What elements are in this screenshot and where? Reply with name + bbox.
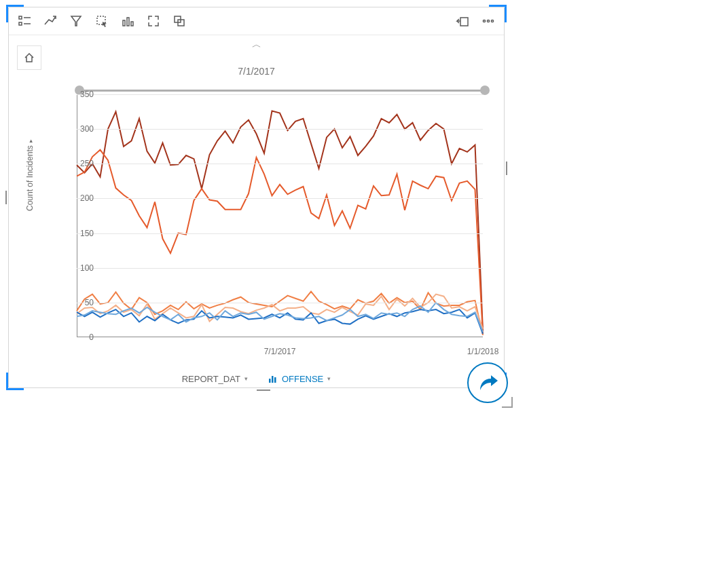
svg-rect-8 (131, 22, 133, 26)
svg-rect-0 (19, 16, 22, 19)
chart-plot-area (77, 94, 483, 337)
split-by-field-chip[interactable]: OFFENSE ▾ (268, 374, 331, 384)
svg-rect-11 (460, 18, 468, 26)
chevron-down-icon: ▾ (327, 375, 331, 382)
resize-handle[interactable] (5, 191, 7, 204)
legend-button[interactable] (12, 8, 37, 34)
corner-indicator-icon (502, 397, 513, 408)
svg-rect-2 (19, 22, 22, 25)
svg-marker-4 (71, 16, 81, 26)
svg-point-13 (487, 20, 489, 22)
card-toolbar (9, 7, 504, 35)
chart-field-wells: REPORT_DAT ▾ OFFENSE ▾ (9, 370, 504, 387)
trend-button[interactable] (37, 8, 63, 34)
filter-button[interactable] (63, 8, 89, 34)
x-tick-label: 7/1/2017 (264, 347, 296, 356)
y-tick-label: 350 (80, 90, 94, 99)
y-tick-label: 200 (80, 193, 94, 203)
chart-lines (77, 94, 483, 337)
flip-card-button[interactable] (166, 8, 192, 34)
svg-point-12 (483, 20, 485, 22)
series-line (77, 111, 483, 331)
chevron-down-icon: ▾ (244, 375, 248, 382)
share-action-button[interactable] (467, 362, 508, 403)
x-field-chip[interactable]: REPORT_DAT ▾ (182, 374, 248, 384)
more-options-button[interactable] (475, 8, 501, 34)
y-tick-label: 300 (80, 124, 94, 134)
time-slider-label: 7/1/2017 (238, 66, 275, 77)
x-field-label: REPORT_DAT (182, 374, 240, 384)
resize-handle[interactable] (506, 162, 507, 175)
chart-card: ︿ 7/1/2017 050100150200250300350 7/1/201… (8, 7, 505, 388)
expand-button[interactable] (141, 8, 166, 34)
chart-type-button[interactable] (115, 8, 141, 34)
svg-rect-15 (269, 379, 271, 383)
slider-handle-end[interactable] (480, 86, 490, 95)
y-tick-label: 250 (80, 159, 94, 168)
svg-rect-7 (127, 18, 129, 26)
svg-rect-16 (272, 376, 274, 383)
y-tick-label: 0 (89, 332, 94, 342)
export-button[interactable] (450, 8, 475, 34)
y-tick-label: 100 (80, 263, 94, 273)
split-field-label: OFFENSE (282, 374, 323, 384)
y-tick-label: 50 (85, 298, 94, 307)
resize-handle[interactable] (257, 390, 270, 391)
svg-rect-6 (123, 20, 125, 26)
svg-rect-17 (274, 377, 276, 383)
x-tick-label: 1/1/2018 (467, 347, 499, 356)
y-axis-label[interactable]: Count of Incidents (25, 139, 35, 211)
selection-button[interactable] (89, 8, 115, 34)
reset-extent-button[interactable] (17, 45, 41, 70)
svg-point-14 (491, 20, 493, 22)
y-tick-label: 150 (80, 229, 94, 238)
bar-chart-icon (268, 374, 278, 383)
slider-track[interactable] (77, 90, 488, 92)
collapse-chevron-icon[interactable]: ︿ (252, 39, 261, 51)
